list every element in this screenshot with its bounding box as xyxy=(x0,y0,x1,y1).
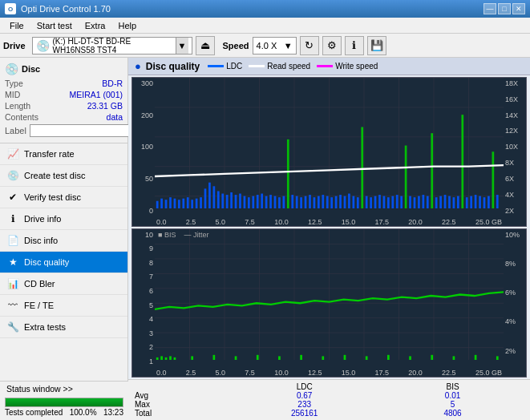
eject-button[interactable]: ⏏ xyxy=(196,36,215,55)
nav-verify-test-disc[interactable]: ✔ Verify test disc xyxy=(0,187,127,208)
disc-quality-icon: ★ xyxy=(6,256,19,269)
svg-rect-80 xyxy=(444,195,447,208)
nav-disc-info[interactable]: 📄 Disc info xyxy=(0,230,127,252)
titlebar: O Opti Drive Control 1.70 — □ ✕ xyxy=(0,0,530,18)
status-window-button[interactable]: Status window >> xyxy=(0,382,128,396)
svg-rect-40 xyxy=(269,195,272,208)
svg-rect-46 xyxy=(296,196,298,208)
svg-rect-37 xyxy=(257,195,259,208)
menu-file[interactable]: File xyxy=(3,19,30,32)
speed-select[interactable]: 4.0 X ▼ xyxy=(253,37,297,55)
svg-rect-118 xyxy=(257,354,259,359)
menu-extra[interactable]: Extra xyxy=(79,19,112,32)
svg-rect-55 xyxy=(335,196,338,208)
svg-rect-119 xyxy=(278,356,281,360)
close-button[interactable]: ✕ xyxy=(512,3,525,14)
save-button[interactable]: 💾 xyxy=(367,36,386,55)
titlebar-controls[interactable]: — □ ✕ xyxy=(483,3,525,14)
svg-rect-47 xyxy=(300,197,302,208)
svg-rect-123 xyxy=(366,356,368,360)
refresh-button[interactable]: ↻ xyxy=(300,36,319,55)
drive-icon: 💿 xyxy=(36,39,50,52)
svg-rect-31 xyxy=(230,192,233,208)
progress-area: Tests completed 100.0% 13:23 xyxy=(0,396,128,420)
nav-items: 📈 Transfer rate 💿 Create test disc ✔ Ver… xyxy=(0,143,127,338)
content-title: Disc quality xyxy=(146,61,200,72)
minimize-button[interactable]: — xyxy=(483,3,496,14)
speed-label: Speed xyxy=(223,41,249,50)
titlebar-title: Opti Drive Control 1.70 xyxy=(21,4,111,14)
info-button[interactable]: ℹ xyxy=(345,36,364,55)
svg-rect-91 xyxy=(492,151,495,208)
svg-rect-74 xyxy=(418,196,420,208)
nav-extra-tests[interactable]: 🔧 Extra tests xyxy=(0,317,127,338)
svg-rect-68 xyxy=(391,196,394,208)
statusbar: Status window >> Tests completed 100.0% … xyxy=(0,381,128,420)
progress-bar-fill xyxy=(6,398,123,406)
create-test-disc-icon: 💿 xyxy=(6,169,19,182)
stats-total-label: Total xyxy=(131,409,230,418)
svg-rect-71 xyxy=(405,146,407,208)
svg-rect-14 xyxy=(156,201,159,208)
menu-start-test[interactable]: Start test xyxy=(30,19,79,32)
main-area: 💿 Disc Type BD-R MID MEIRA1 (001) Length… xyxy=(0,58,530,420)
nav-cd-bler[interactable]: 📊 CD Bler xyxy=(0,273,127,295)
legend-write-speed-color xyxy=(317,65,333,67)
menu-help[interactable]: Help xyxy=(111,19,143,32)
nav-drive-info-label: Drive info xyxy=(24,214,61,224)
nav-fe-te[interactable]: 〰 FE / TE xyxy=(0,295,127,317)
maximize-button[interactable]: □ xyxy=(498,3,511,14)
disc-label-input[interactable] xyxy=(30,124,136,137)
svg-rect-81 xyxy=(448,196,451,208)
verify-test-disc-icon: ✔ xyxy=(6,191,19,204)
nav-drive-info[interactable]: ℹ Drive info xyxy=(0,208,127,230)
progress-percent: 100.0% xyxy=(70,408,97,417)
svg-rect-22 xyxy=(191,200,193,208)
svg-rect-127 xyxy=(453,356,455,360)
svg-rect-84 xyxy=(461,115,463,208)
svg-rect-28 xyxy=(217,191,220,208)
svg-rect-117 xyxy=(235,356,237,360)
nav-verify-test-disc-label: Verify test disc xyxy=(24,192,81,202)
svg-rect-27 xyxy=(213,186,216,208)
svg-rect-90 xyxy=(488,196,490,208)
svg-rect-112 xyxy=(165,357,168,359)
svg-rect-24 xyxy=(200,197,202,208)
settings-button[interactable]: ⚙ xyxy=(322,36,342,55)
svg-rect-126 xyxy=(431,354,433,359)
disc-type-row: Type BD-R xyxy=(5,79,123,88)
svg-rect-120 xyxy=(300,354,302,359)
svg-rect-60 xyxy=(357,197,359,208)
stats-max-ldc: 233 xyxy=(230,400,378,409)
drive-select[interactable]: 💿 (K:) HL-DT-ST BD-RE WH16NS58 TST4 ▼ xyxy=(32,37,192,55)
chart-legend: LDC Read speed Write speed xyxy=(208,62,378,71)
stats-avg-ldc: 0.67 xyxy=(230,391,378,400)
svg-rect-72 xyxy=(409,196,411,208)
bis-chart-inner: ■ BIS — Jitter xyxy=(155,229,504,378)
nav-create-test-disc[interactable]: 💿 Create test disc xyxy=(0,165,127,187)
legend-read-speed-label: Read speed xyxy=(267,62,310,71)
disc-type-label: Type xyxy=(5,79,23,88)
ldc-x-labels: 0.0 2.5 5.0 7.5 10.0 12.5 15.0 17.5 20.0… xyxy=(155,215,504,226)
svg-rect-29 xyxy=(221,194,224,208)
svg-rect-23 xyxy=(196,199,198,208)
disc-header: 💿 Disc xyxy=(5,63,123,75)
bis-y-axis-left: 10 9 8 7 6 5 4 3 2 1 xyxy=(132,229,155,378)
drive-select-text: (K:) HL-DT-ST BD-RE WH16NS58 TST4 xyxy=(53,37,172,55)
drive-dropdown-button[interactable]: ▼ xyxy=(176,38,188,54)
svg-rect-41 xyxy=(274,196,277,208)
svg-rect-62 xyxy=(366,196,368,208)
nav-disc-quality[interactable]: ★ Disc quality xyxy=(0,252,127,273)
svg-rect-38 xyxy=(261,194,263,208)
charts-area: 300 200 100 50 0 xyxy=(128,75,530,379)
svg-rect-86 xyxy=(470,196,472,208)
svg-rect-30 xyxy=(226,195,229,208)
nav-extra-tests-label: Extra tests xyxy=(24,322,66,332)
svg-rect-20 xyxy=(182,199,184,208)
nav-transfer-rate[interactable]: 📈 Transfer rate xyxy=(0,143,127,165)
ldc-y-axis-right: 18X 16X 14X 12X 10X 8X 6X 4X 2X xyxy=(504,78,526,226)
svg-rect-53 xyxy=(326,196,329,208)
svg-rect-75 xyxy=(423,195,425,208)
nav-disc-quality-label: Disc quality xyxy=(24,257,69,267)
svg-rect-17 xyxy=(169,197,172,208)
